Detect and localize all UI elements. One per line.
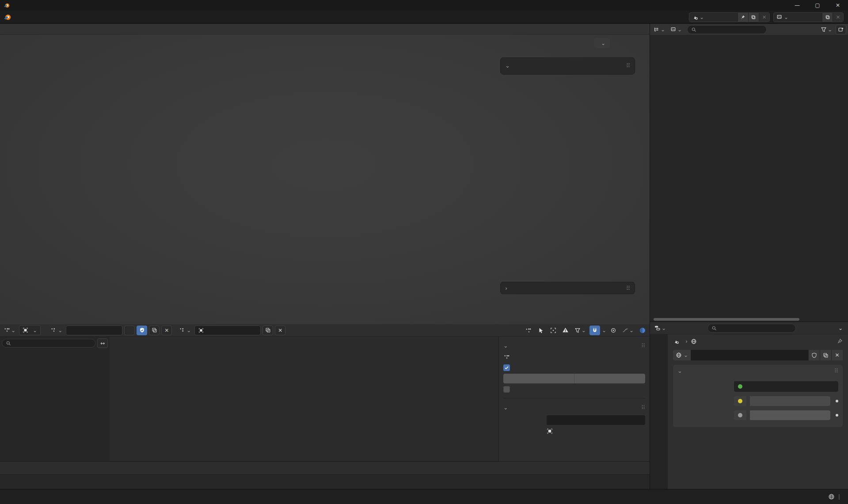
- object-type-icon: [547, 428, 553, 434]
- properties-options-chevron[interactable]: ⌄: [835, 323, 846, 333]
- blender-window: — ▢ ✕ ⌄ ✕ ⌄ ✕: [0, 0, 848, 504]
- slot-name-field[interactable]: [194, 326, 261, 335]
- duplicate-slot-button[interactable]: [262, 326, 273, 335]
- delete-scene-button[interactable]: ✕: [759, 13, 769, 22]
- browse-world-button[interactable]: ⌄: [673, 350, 691, 360]
- action-editor: ⌄ ⌄ ⌄ ✕ ⌄ ✕ ⌄ ⌄: [0, 324, 650, 461]
- frame-range-fields[interactable]: [503, 374, 645, 383]
- marquee-select-icon[interactable]: [548, 326, 559, 335]
- search-icon: [691, 27, 696, 32]
- snap-options-chevron[interactable]: ⌄: [602, 327, 606, 333]
- falloff-curve-button[interactable]: ⌄: [620, 326, 635, 335]
- slot-name-input[interactable]: [547, 415, 645, 425]
- outliner-search[interactable]: [687, 25, 767, 34]
- viewlayer-selector[interactable]: ⌄ ✕: [773, 12, 844, 22]
- viewport-header: [0, 24, 650, 34]
- fake-user-shield-button[interactable]: [137, 326, 147, 335]
- delete-viewlayer-button[interactable]: ✕: [833, 13, 843, 22]
- shader-dot-icon: [738, 384, 742, 389]
- outliner-tree: [650, 36, 848, 317]
- strength-slider[interactable]: [750, 410, 830, 420]
- unlink-world-button[interactable]: ✕: [831, 350, 843, 360]
- action-name-field[interactable]: [66, 326, 122, 335]
- close-button[interactable]: ✕: [828, 0, 848, 11]
- blender-menu-icon[interactable]: [4, 13, 11, 21]
- sync-sphere-icon[interactable]: [637, 326, 648, 335]
- slot-browse-button[interactable]: ⌄: [177, 326, 193, 335]
- surface-shader-button[interactable]: [734, 381, 838, 392]
- outliner-display-mode-button[interactable]: ⌄: [652, 25, 667, 34]
- action-panel: ⌄⠿: [503, 339, 645, 398]
- strength-drag-handle[interactable]: [734, 410, 746, 420]
- topbar: ⌄ ✕ ⌄ ✕: [0, 11, 848, 24]
- duplicate-action-button[interactable]: [149, 326, 160, 335]
- keyframe-decorator-icon[interactable]: [836, 400, 838, 402]
- chevron-down-icon: ⌄: [784, 14, 788, 20]
- minimize-button[interactable]: —: [787, 0, 807, 11]
- outliner-hscrollbar[interactable]: [654, 318, 799, 321]
- status-bar: |: [0, 489, 848, 504]
- world-name-field[interactable]: [691, 350, 808, 360]
- properties-tabs: [650, 334, 668, 489]
- dopesheet-mode-select[interactable]: ⌄: [19, 325, 41, 335]
- breadcrumb: ›: [673, 338, 843, 345]
- manual-frame-range-checkbox[interactable]: [503, 364, 510, 371]
- pin-icon[interactable]: [837, 338, 843, 344]
- outliner-header: ⌄ ⌄ ⌄: [650, 24, 848, 35]
- scene-icon: [692, 14, 698, 20]
- expand-width-button[interactable]: ↔: [97, 338, 108, 348]
- options-button[interactable]: ⌄: [594, 38, 610, 48]
- viewport-canvas[interactable]: ⌄ ⌄ ⠿ › ⠿: [0, 34, 650, 324]
- keyframe-decorator-icon[interactable]: [836, 414, 838, 417]
- pin-scene-button[interactable]: [738, 13, 748, 22]
- new-scene-button[interactable]: [748, 13, 759, 22]
- properties-subpanel-collapsed[interactable]: › ⠿: [500, 282, 635, 294]
- select-cursor-icon[interactable]: [536, 326, 546, 335]
- proportional-edit-button[interactable]: [608, 326, 619, 335]
- snap-magnet-button[interactable]: [589, 326, 600, 335]
- action-editor-header: ⌄ ⌄ ⌄ ✕ ⌄ ✕ ⌄ ⌄: [0, 324, 650, 337]
- filter-funnel-button[interactable]: ⌄: [573, 326, 588, 335]
- playback-bar-1: [0, 461, 650, 474]
- warning-icon[interactable]: [560, 326, 571, 335]
- maximize-button[interactable]: ▢: [807, 0, 828, 11]
- action-browse-button[interactable]: ⌄: [49, 326, 64, 335]
- network-globe-icon[interactable]: [828, 493, 835, 500]
- cyclic-animation-checkbox[interactable]: [503, 386, 510, 393]
- search-icon: [711, 326, 717, 331]
- properties-header: ⌄ ⌄: [650, 322, 848, 334]
- search-icon: [6, 341, 11, 346]
- unlink-slot-button[interactable]: ✕: [275, 326, 285, 335]
- keying-set-icon[interactable]: [523, 326, 534, 335]
- outliner: ⌄ ⌄ ⌄: [650, 24, 848, 322]
- keyframe-timeline[interactable]: [110, 337, 498, 461]
- surface-panel: ⌄⠿: [673, 365, 843, 427]
- new-viewlayer-button[interactable]: [822, 13, 833, 22]
- scene-selector[interactable]: ⌄ ✕: [689, 12, 770, 22]
- channel-search[interactable]: [2, 339, 95, 348]
- color-swatch[interactable]: [734, 396, 746, 406]
- properties-search[interactable]: [707, 324, 796, 333]
- new-collection-button[interactable]: [836, 25, 846, 34]
- unlink-action-button[interactable]: ✕: [161, 326, 172, 335]
- fake-user-shield-button[interactable]: [808, 350, 820, 360]
- grip-icon[interactable]: ⠿: [626, 62, 630, 69]
- color-field[interactable]: [750, 396, 830, 406]
- viewport-3d: ⌄ ⌄ ⠿ › ⠿: [0, 24, 650, 324]
- playback-bar-2: [0, 474, 650, 489]
- transform-panel: ⌄ ⠿: [500, 57, 635, 75]
- action-sidebar: ⌄⠿ ⌄⠿: [498, 337, 650, 461]
- outliner-filter-button[interactable]: ⌄: [819, 25, 834, 34]
- scene-icon: [673, 338, 679, 345]
- outliner-filter-id-button[interactable]: ⌄: [669, 25, 684, 34]
- properties-editor: ⌄ ⌄ › ⌄ ✕: [650, 322, 848, 489]
- editor-type-button[interactable]: ⌄: [2, 326, 17, 335]
- action-users-button[interactable]: [124, 326, 135, 335]
- action-icon: [503, 354, 510, 360]
- properties-content: › ⌄ ✕ ⌄⠿: [668, 334, 848, 489]
- viewlayer-icon: [776, 14, 783, 20]
- viewport-scene: [0, 34, 650, 324]
- duplicate-world-button[interactable]: [820, 350, 831, 360]
- window-titlebar: — ▢ ✕: [0, 0, 848, 11]
- editor-type-button[interactable]: ⌄: [652, 323, 668, 333]
